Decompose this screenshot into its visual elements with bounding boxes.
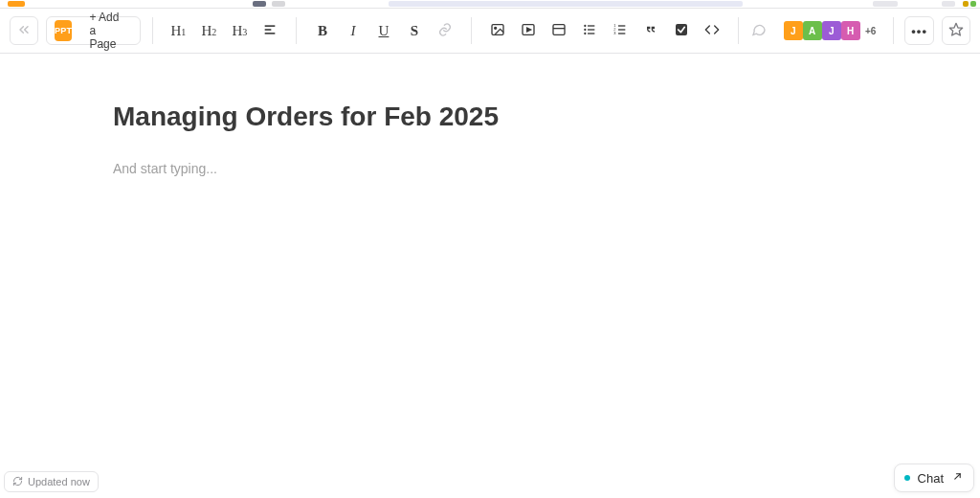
ppt-badge[interactable]: PPT xyxy=(55,20,72,41)
align-icon xyxy=(262,22,278,40)
underline-button[interactable]: U xyxy=(369,16,398,45)
quote-button[interactable] xyxy=(636,16,665,45)
headings-group: H1 H2 H3 xyxy=(164,16,284,45)
svg-marker-6 xyxy=(526,28,530,32)
svg-point-9 xyxy=(584,24,586,26)
embed-icon xyxy=(521,22,536,40)
layout-icon xyxy=(551,22,567,40)
star-icon xyxy=(948,22,964,40)
link-icon xyxy=(437,22,453,40)
editor-toolbar: PPT + Add a Page H1 H2 H3 B I U S xyxy=(0,8,980,54)
svg-rect-2 xyxy=(265,33,276,34)
svg-point-11 xyxy=(584,28,586,30)
comment-icon xyxy=(751,22,767,40)
tab-title-chip xyxy=(31,1,69,7)
bullet-list-icon xyxy=(582,22,597,40)
heading-2-button[interactable]: H2 xyxy=(194,16,223,45)
align-button[interactable] xyxy=(256,16,284,45)
add-page-button[interactable]: + Add a Page xyxy=(79,11,131,51)
bullet-list-button[interactable] xyxy=(575,16,604,45)
more-icon: ••• xyxy=(911,24,927,38)
divider xyxy=(471,17,472,44)
link-button[interactable] xyxy=(431,16,459,45)
url-bar-chip xyxy=(389,1,743,7)
heading-1-button[interactable]: H1 xyxy=(164,16,192,45)
expand-icon xyxy=(951,470,964,486)
italic-button[interactable]: I xyxy=(339,16,368,45)
save-status: Updated now xyxy=(4,471,99,492)
refresh-icon xyxy=(12,476,23,488)
svg-marker-22 xyxy=(949,23,962,35)
numbered-list-icon: 123 xyxy=(612,22,628,40)
svg-point-4 xyxy=(494,27,496,29)
image-icon xyxy=(490,22,505,40)
svg-rect-0 xyxy=(265,25,276,27)
checklist-icon xyxy=(674,22,689,40)
app-avatar-chip xyxy=(8,1,25,7)
checklist-button[interactable] xyxy=(667,16,696,45)
rt-control-1 xyxy=(873,1,898,7)
code-button[interactable] xyxy=(698,16,726,45)
bold-button[interactable]: B xyxy=(308,16,337,45)
avatar[interactable]: J xyxy=(784,21,803,40)
chat-presence-dot xyxy=(904,475,910,481)
layout-button[interactable] xyxy=(545,16,573,45)
nav-chip-2 xyxy=(272,1,285,7)
more-menu-button[interactable]: ••• xyxy=(904,16,934,45)
svg-rect-17 xyxy=(618,33,625,34)
svg-rect-21 xyxy=(676,24,687,35)
image-button[interactable] xyxy=(483,16,512,45)
sidebar-collapse-button[interactable] xyxy=(10,16,38,45)
avatar-overflow[interactable]: +6 xyxy=(860,21,881,40)
svg-rect-14 xyxy=(588,33,594,34)
avatar[interactable]: H xyxy=(841,21,860,40)
chat-label: Chat xyxy=(918,471,944,486)
favorite-button[interactable] xyxy=(942,16,970,45)
rt-control-2 xyxy=(942,1,955,7)
svg-rect-15 xyxy=(618,25,625,26)
svg-text:3: 3 xyxy=(613,31,616,35)
body-placeholder[interactable]: And start typing... xyxy=(113,161,980,176)
svg-rect-16 xyxy=(618,29,625,30)
svg-rect-7 xyxy=(553,24,565,34)
block-insert-group: 123 xyxy=(483,16,726,45)
strike-button[interactable]: S xyxy=(400,16,429,45)
svg-rect-10 xyxy=(588,25,594,26)
divider xyxy=(893,17,894,44)
svg-point-13 xyxy=(584,32,586,34)
title-bar xyxy=(0,0,980,8)
page-badge-group: PPT + Add a Page xyxy=(46,16,141,45)
inline-format-group: B I U S xyxy=(308,16,459,45)
svg-line-23 xyxy=(955,474,960,479)
numbered-list-button[interactable]: 123 xyxy=(606,16,635,45)
page-title[interactable]: Managing Orders for Feb 2025 xyxy=(113,102,980,132)
document-body[interactable]: Managing Orders for Feb 2025 And start t… xyxy=(0,54,980,176)
heading-3-button[interactable]: H3 xyxy=(225,16,254,45)
chat-button[interactable]: Chat xyxy=(894,464,974,492)
comment-button[interactable] xyxy=(749,16,768,45)
svg-rect-1 xyxy=(265,29,272,31)
presence-avatars[interactable]: J A J H +6 xyxy=(784,21,881,40)
divider xyxy=(152,17,153,44)
avatar[interactable]: J xyxy=(822,21,841,40)
chevron-double-left-icon xyxy=(16,22,32,40)
divider xyxy=(296,17,297,44)
status-dot-green xyxy=(970,1,976,7)
divider xyxy=(738,17,739,44)
avatar[interactable]: A xyxy=(803,21,822,40)
status-dot-amber xyxy=(963,1,969,7)
quote-icon xyxy=(643,22,658,40)
save-status-label: Updated now xyxy=(28,476,90,487)
code-icon xyxy=(704,22,720,40)
svg-rect-12 xyxy=(588,29,594,30)
embed-button[interactable] xyxy=(514,16,543,45)
nav-chip-1 xyxy=(253,1,266,7)
